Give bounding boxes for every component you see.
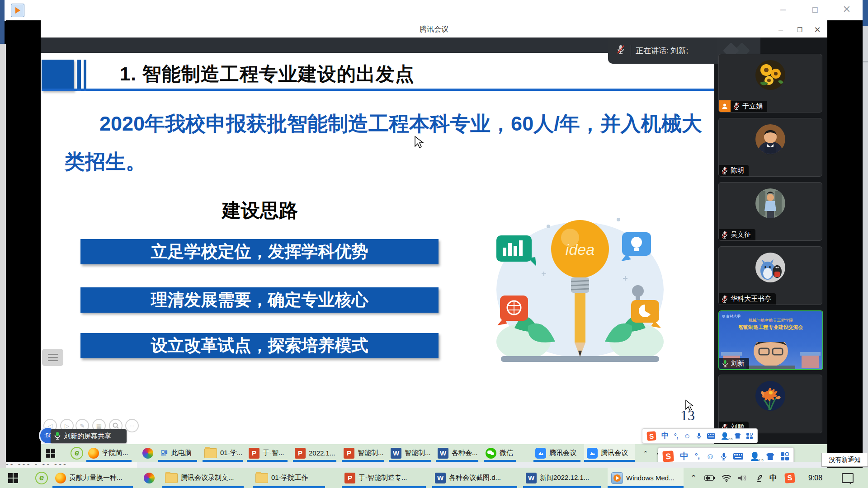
- battery-icon[interactable]: [704, 468, 715, 488]
- sidebar-toggle-button[interactable]: [42, 349, 63, 366]
- ime-skin-icon[interactable]: [766, 453, 774, 460]
- share-banner-text: 刘新的屏幕共享: [64, 432, 111, 441]
- taskbar-folder-work[interactable]: 01-学院工作: [255, 468, 308, 488]
- outer-minimize-button[interactable]: –: [775, 5, 791, 14]
- shared-taskbar-this-pc[interactable]: 🖳此电脑: [160, 444, 192, 462]
- shared-taskbar-word2[interactable]: W各种会...: [438, 444, 478, 462]
- shared-tray-chevron[interactable]: ⌃: [643, 444, 648, 462]
- ime-toolbar-remote[interactable]: S 中 °, ☺ 👤2.5: [642, 428, 758, 443]
- sogou-logo-icon: S: [662, 450, 674, 462]
- taskbar-wmp-active[interactable]: Windows Med...: [611, 468, 675, 488]
- background-scrollbar[interactable]: [863, 26, 868, 468]
- slide-section-heading: 建设思路: [181, 198, 339, 223]
- participant-tile[interactable]: 于立娟: [718, 54, 822, 113]
- ime-emoji-icon[interactable]: ☺: [706, 452, 714, 461]
- participant-tile[interactable]: 刘鹏: [718, 375, 822, 433]
- shared-taskbar-folder1[interactable]: 01-学...: [204, 444, 242, 462]
- shared-taskbar-pinwheel[interactable]: [142, 444, 153, 462]
- shared-taskbar-firefox-doc[interactable]: 学院简...: [88, 444, 128, 462]
- participant-name: 刘新: [731, 359, 745, 368]
- speaking-text: 正在讲话: 刘新;: [636, 46, 688, 56]
- ime-account-icon[interactable]: 👤2.5: [750, 451, 760, 461]
- avatar: [755, 381, 785, 411]
- windows-logo-icon: [46, 449, 55, 458]
- ime-lang-icon[interactable]: 中: [661, 431, 669, 441]
- powerpoint-icon: P: [344, 448, 354, 459]
- avatar: [755, 124, 785, 154]
- pen-input-icon[interactable]: [756, 468, 764, 488]
- firefox-icon: [55, 473, 66, 483]
- pinwheel-browser-icon: [144, 473, 155, 483]
- shared-start-button[interactable]: [46, 444, 56, 462]
- tray-chevron[interactable]: ⌃: [690, 468, 697, 488]
- ime-account-icon[interactable]: 👤2.5: [721, 432, 729, 440]
- participant-name: 华科大王书亭: [731, 295, 771, 303]
- sogou-tray-icon[interactable]: S: [785, 468, 795, 488]
- ime-punct-icon[interactable]: °,: [674, 432, 679, 440]
- shared-taskbar-meeting2-active[interactable]: 腾讯会议: [587, 444, 628, 462]
- action-center-icon[interactable]: [842, 468, 854, 488]
- muted-mic-icon: [722, 295, 728, 303]
- play-icon: [15, 7, 20, 14]
- meeting-titlebar: 腾讯会议: [41, 20, 827, 38]
- participant-tile[interactable]: 吴文征: [718, 182, 822, 241]
- ime-toolbox-icon[interactable]: [781, 452, 789, 460]
- folder-icon: [165, 473, 178, 483]
- shared-taskbar-ppt3[interactable]: P智能制...: [344, 444, 384, 462]
- taskbar-ppt[interactable]: P于-智能制造专...: [344, 468, 407, 488]
- ime-keyboard-icon[interactable]: [733, 453, 743, 460]
- ime-mode-indicator[interactable]: 中: [769, 468, 777, 488]
- ime-voice-icon[interactable]: [721, 452, 727, 461]
- ime-skin-icon[interactable]: [735, 433, 741, 439]
- title-underline: [42, 89, 714, 91]
- ime-keyboard-icon[interactable]: [707, 433, 715, 439]
- shared-taskbar-ppt1[interactable]: P于-智...: [249, 444, 284, 462]
- shared-taskbar-ie[interactable]: e: [71, 444, 83, 462]
- meeting-title: 腾讯会议: [41, 25, 827, 34]
- outer-maximize-button[interactable]: ☐: [807, 5, 823, 15]
- meeting-restore-button[interactable]: ❐: [793, 26, 807, 33]
- sogou-logo-icon: S: [646, 431, 656, 441]
- taskbar-word-news[interactable]: W新闻2022.12.1...: [526, 468, 589, 488]
- participant-tile[interactable]: 陈明: [718, 118, 822, 177]
- ime-toolbox-icon[interactable]: [746, 433, 753, 439]
- taskbar-pinwheel[interactable]: [144, 468, 155, 488]
- outer-window-titlebar: [0, 0, 868, 21]
- participant-tile-active-speaker[interactable]: ◍ 吉林大学 机械与航空航天工程学院 智能制造工程专业建设交流会 刘新: [718, 310, 823, 370]
- local-taskbar: e 贡献力量换一种... 腾讯会议录制文... 01-学院工作 P于-智能制造专…: [0, 468, 868, 488]
- shared-taskbar-word1[interactable]: W智能制...: [391, 444, 431, 462]
- word-icon: W: [438, 448, 448, 459]
- volume-icon[interactable]: [738, 468, 747, 488]
- taskbar-folder-recordings[interactable]: 腾讯会议录制文...: [165, 468, 234, 488]
- word-icon: W: [391, 448, 401, 459]
- taskbar-firefox-doc[interactable]: 贡献力量换一种...: [55, 468, 123, 488]
- meeting-minimize-button[interactable]: –: [774, 25, 788, 34]
- outer-close-button[interactable]: ✕: [839, 5, 854, 14]
- screen: – ☐ ✕ 腾讯会议 – ❐ ✕ 正在讲话: 刘新; 1. 智能制造工程专业建设…: [0, 0, 868, 488]
- background-document-fragment: ⌁⌁ ⌁⌁⌁ ⌁ ⌁⌁ ⌁⌁⌁: [6, 462, 137, 468]
- wifi-icon[interactable]: [722, 468, 731, 488]
- start-button[interactable]: [8, 468, 18, 488]
- more-options-button[interactable]: ⋯: [125, 419, 139, 432]
- taskbar-ie[interactable]: e: [35, 468, 48, 488]
- shared-taskbar-ppt2[interactable]: P2022.1...: [295, 444, 335, 462]
- media-player-icon[interactable]: [11, 4, 24, 17]
- speaking-banner: 正在讲话: 刘新;: [608, 38, 717, 64]
- clock[interactable]: 9:08: [808, 468, 822, 488]
- participant-tile[interactable]: 华科大王书亭: [718, 246, 822, 305]
- ime-emoji-icon[interactable]: ☺: [684, 432, 691, 440]
- shared-taskbar-meeting1[interactable]: 腾讯会议: [535, 444, 576, 462]
- svg-text:idea: idea: [566, 241, 594, 258]
- ime-voice-icon[interactable]: [696, 432, 702, 440]
- screen-share-banner[interactable]: 刘新的屏幕共享: [51, 429, 127, 443]
- ime-lang-icon[interactable]: 中: [680, 450, 689, 462]
- taskbar-word-screenshots[interactable]: W各种会议截图.d...: [435, 468, 501, 488]
- muted-mic-icon: [616, 44, 625, 57]
- meeting-close-button[interactable]: ✕: [811, 25, 824, 35]
- video-banner-line2: 智能制造工程专业建设交流会: [719, 324, 822, 331]
- windows-logo-icon: [8, 473, 18, 483]
- shared-taskbar-wechat[interactable]: 微信: [486, 444, 513, 462]
- ime-punct-icon[interactable]: °,: [695, 452, 700, 460]
- browser-e-icon: e: [71, 447, 83, 460]
- powerpoint-icon: P: [249, 448, 259, 459]
